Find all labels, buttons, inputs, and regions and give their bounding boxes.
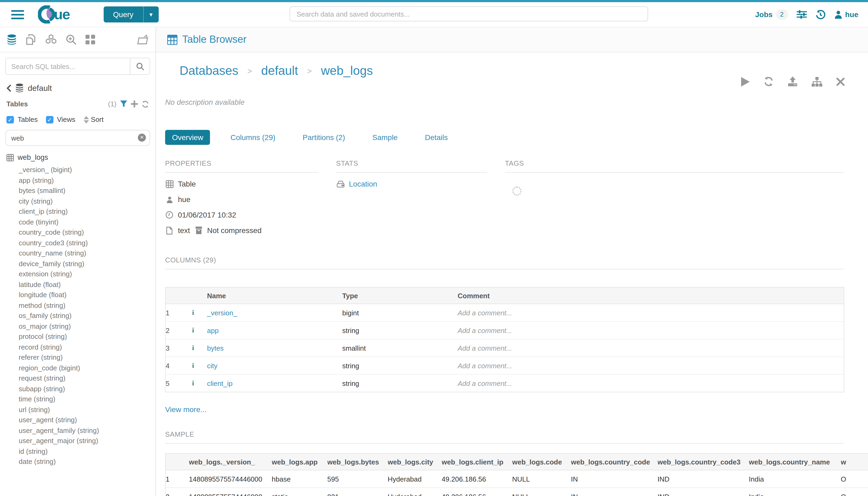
breadcrumb-databases[interactable]: Databases bbox=[179, 64, 238, 78]
info-icon[interactable]: i bbox=[192, 361, 194, 369]
columns-heading: COLUMNS (29) bbox=[165, 256, 844, 264]
menu-icon[interactable] bbox=[11, 8, 24, 21]
assist-column-item[interactable]: method (string) bbox=[19, 300, 156, 311]
assist-column-item[interactable]: protocol (string) bbox=[19, 331, 156, 342]
assist-filter-input[interactable] bbox=[5, 130, 150, 146]
sitemap-icon[interactable] bbox=[811, 77, 822, 86]
assist-column-item[interactable]: device_family (string) bbox=[19, 259, 156, 269]
assist-column-item[interactable]: country_code (string) bbox=[19, 227, 156, 237]
tab-partitions-2[interactable]: Partitions (2) bbox=[296, 130, 352, 145]
assist-column-item[interactable]: latitude (float) bbox=[19, 279, 156, 290]
history-icon[interactable] bbox=[815, 9, 825, 19]
info-icon[interactable]: i bbox=[192, 308, 194, 316]
assist-column-item[interactable]: referer (string) bbox=[19, 352, 156, 363]
assist-column-item[interactable]: country_name (string) bbox=[19, 248, 156, 259]
add-comment-field[interactable]: Add a comment... bbox=[458, 339, 844, 357]
tables-checkbox-label[interactable]: Tables bbox=[18, 115, 38, 123]
documents-icon[interactable] bbox=[26, 34, 36, 45]
sample-header-cell: w bbox=[841, 453, 868, 470]
hue-logo[interactable]: ue bbox=[38, 5, 70, 24]
assist-column-item[interactable]: subapp (string) bbox=[19, 384, 156, 394]
clear-icon[interactable]: ✕ bbox=[138, 134, 146, 142]
assist-column-item[interactable]: code (tinyint) bbox=[19, 217, 156, 227]
refresh-icon[interactable] bbox=[763, 76, 773, 87]
search-icon[interactable] bbox=[130, 58, 149, 74]
add-comment-field[interactable]: Add a comment... bbox=[458, 357, 844, 374]
assist-column-item[interactable]: user_agent (string) bbox=[19, 415, 156, 425]
global-search-input[interactable] bbox=[289, 6, 648, 21]
assist-column-item[interactable]: os_major (string) bbox=[19, 321, 156, 331]
close-icon[interactable] bbox=[836, 77, 845, 86]
info-icon[interactable]: i bbox=[192, 344, 194, 352]
views-checkbox[interactable]: ✓ bbox=[46, 116, 53, 123]
view-more-link[interactable]: View more... bbox=[165, 405, 206, 414]
column-name-link[interactable]: app bbox=[207, 326, 219, 334]
info-icon[interactable]: i bbox=[192, 379, 194, 387]
assist-search-input[interactable] bbox=[6, 58, 130, 74]
add-comment-field[interactable]: Add a comment... bbox=[458, 304, 844, 322]
user-menu[interactable]: hue bbox=[834, 10, 858, 19]
assist-table-item[interactable]: web_logs bbox=[6, 153, 156, 161]
filter-funnel-icon[interactable] bbox=[120, 100, 127, 107]
assist-column-item[interactable]: os_family (string) bbox=[19, 311, 156, 321]
column-name-link[interactable]: client_ip bbox=[207, 379, 233, 387]
sliders-icon[interactable] bbox=[796, 10, 807, 19]
refresh-icon[interactable] bbox=[142, 100, 149, 108]
assist-column-item[interactable]: id (string) bbox=[19, 446, 156, 456]
info-icon[interactable]: i bbox=[192, 326, 194, 334]
plus-icon[interactable] bbox=[131, 100, 138, 107]
sample-cell: 1480895575574446000 bbox=[189, 470, 272, 488]
cubes-icon[interactable] bbox=[45, 34, 57, 45]
property-type: Table bbox=[165, 180, 318, 188]
query-button[interactable]: Query bbox=[104, 6, 143, 22]
divider bbox=[165, 172, 318, 173]
play-icon[interactable] bbox=[741, 77, 749, 86]
assist-column-item[interactable]: time (string) bbox=[19, 394, 156, 404]
breadcrumb-separator: > bbox=[307, 66, 312, 75]
jobs-link[interactable]: Jobs 2 bbox=[755, 9, 788, 20]
tab-sample[interactable]: Sample bbox=[365, 130, 405, 145]
database-icon[interactable] bbox=[6, 34, 17, 45]
assist-column-item[interactable]: request (string) bbox=[19, 373, 156, 384]
breadcrumb-web-logs[interactable]: web_logs bbox=[321, 64, 373, 78]
query-caret-button[interactable]: ▼ bbox=[143, 6, 158, 22]
tables-checkbox[interactable]: ✓ bbox=[6, 116, 14, 123]
add-comment-field[interactable]: Add a comment... bbox=[458, 322, 844, 339]
apps-grid-icon[interactable] bbox=[85, 35, 95, 44]
table-description: No description available bbox=[165, 98, 868, 106]
sample-table-row: 21480895575574446000static831Hyderabad49… bbox=[165, 488, 868, 496]
assist-column-item[interactable]: country_code3 (string) bbox=[19, 237, 156, 248]
sample-cell: static bbox=[272, 488, 327, 496]
views-checkbox-label[interactable]: Views bbox=[57, 115, 75, 123]
assist-column-item[interactable]: longitude (float) bbox=[19, 290, 156, 300]
assist-column-item[interactable]: app (string) bbox=[19, 175, 156, 185]
tab-overview[interactable]: Overview bbox=[165, 130, 210, 145]
assist-column-item[interactable]: user_agent_family (string) bbox=[19, 425, 156, 436]
column-name-link[interactable]: _version_ bbox=[207, 309, 237, 317]
column-name-link[interactable]: city bbox=[207, 361, 218, 370]
assist-column-item[interactable]: url (string) bbox=[19, 404, 156, 415]
assist-column-item[interactable]: region_code (bigint) bbox=[19, 363, 156, 373]
assist-column-item[interactable]: user_agent_major (string) bbox=[19, 436, 156, 446]
assist-column-item[interactable]: city (string) bbox=[19, 196, 156, 206]
sample-table-header-row: web_logs._version_web_logs.appweb_logs.b… bbox=[165, 453, 868, 470]
assist-column-item[interactable]: record (string) bbox=[19, 342, 156, 352]
assist-database-row[interactable]: default bbox=[6, 83, 150, 92]
app-window: ue Query ▼ Jobs 2 hue bbox=[0, 0, 868, 496]
folder-open-icon[interactable] bbox=[137, 34, 149, 45]
tab-columns-29[interactable]: Columns (29) bbox=[224, 130, 282, 145]
assist-column-item[interactable]: date (string) bbox=[19, 456, 156, 467]
location-link[interactable]: Location bbox=[349, 180, 377, 188]
sort-toggle[interactable]: Sort bbox=[83, 115, 104, 123]
add-comment-field[interactable]: Add a comment... bbox=[458, 374, 844, 392]
search-plus-icon[interactable] bbox=[66, 34, 76, 45]
columns-section: COLUMNS (29) Name Type Comment 1i_versio… bbox=[165, 256, 844, 414]
column-name-link[interactable]: bytes bbox=[207, 344, 224, 352]
assist-column-item[interactable]: extension (string) bbox=[19, 269, 156, 279]
assist-column-item[interactable]: client_ip (string) bbox=[19, 206, 156, 217]
tab-details[interactable]: Details bbox=[418, 130, 455, 145]
assist-column-item[interactable]: _version_ (bigint) bbox=[19, 165, 156, 175]
breadcrumb-default[interactable]: default bbox=[261, 64, 298, 78]
upload-icon[interactable] bbox=[787, 76, 798, 87]
assist-column-item[interactable]: bytes (smallint) bbox=[19, 185, 156, 196]
